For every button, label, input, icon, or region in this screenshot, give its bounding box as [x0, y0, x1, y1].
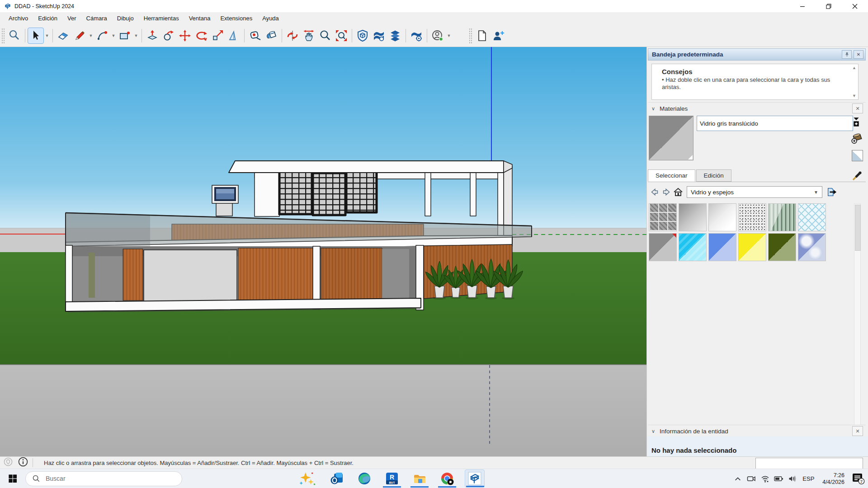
restore-button[interactable] — [816, 0, 842, 12]
tray-expand-button[interactable] — [731, 470, 745, 488]
copilot-button[interactable] — [295, 469, 319, 488]
menu-camara[interactable]: Cámara — [81, 13, 112, 23]
select-tool-button[interactable] — [28, 28, 44, 44]
material-name-input[interactable] — [697, 116, 853, 131]
select-tool-dropdown[interactable]: ▼ — [44, 28, 50, 43]
entity-info-section-header[interactable]: ∨ Información de la entidad ✕ — [648, 425, 866, 437]
minimize-button[interactable] — [789, 0, 816, 12]
toolbar-grip[interactable] — [1, 28, 5, 43]
collection-detail-button[interactable] — [826, 186, 838, 198]
new-document-button[interactable] — [474, 28, 490, 44]
menu-ver[interactable]: Ver — [62, 13, 81, 23]
materials-close-button[interactable]: ✕ — [852, 103, 863, 113]
tray-header[interactable]: Bandeja predeterminada ✕ — [648, 48, 866, 61]
material-swatch[interactable] — [738, 203, 766, 231]
menu-archivo[interactable]: Archivo — [4, 13, 33, 23]
extension-warehouse-button[interactable] — [354, 28, 371, 44]
material-swatch-selected[interactable] — [649, 233, 677, 261]
rectangle-tool-button[interactable] — [117, 28, 133, 44]
tray-pin-button[interactable] — [842, 50, 852, 59]
entity-info-close-button[interactable]: ✕ — [852, 426, 863, 436]
extension-manager-button[interactable] — [408, 28, 425, 44]
create-material-button[interactable] — [850, 132, 866, 146]
measurements-input[interactable] — [755, 458, 863, 469]
menu-ventana[interactable]: Ventana — [184, 13, 216, 23]
arc-tool-button[interactable] — [94, 28, 110, 44]
line-tool-dropdown[interactable]: ▼ — [88, 28, 94, 43]
account-button[interactable] — [429, 28, 446, 44]
menu-extensiones[interactable]: Extensiones — [215, 13, 257, 23]
menu-edicion[interactable]: Edición — [33, 13, 62, 23]
material-swatch[interactable] — [798, 233, 826, 261]
language-indicator[interactable]: ESP — [799, 475, 818, 482]
material-swatch[interactable] — [768, 233, 796, 261]
materials-scrollbar[interactable]: ▼ — [854, 203, 861, 447]
material-swatch[interactable] — [768, 203, 796, 231]
taskbar-app-explorer[interactable] — [410, 469, 429, 488]
geolocation-button[interactable] — [4, 457, 13, 468]
clock[interactable]: 7:26 4/4/2026 — [818, 472, 849, 486]
forward-button[interactable] — [660, 186, 672, 198]
tray-close-button[interactable]: ✕ — [854, 50, 863, 59]
tips-scroll-down[interactable]: ▼ — [852, 94, 856, 98]
add-collaborator-button[interactable] — [490, 28, 506, 44]
search-input[interactable] — [45, 474, 164, 483]
line-tool-button[interactable] — [71, 28, 88, 44]
viewport-3d-canvas[interactable] — [0, 47, 646, 456]
taskbar-app-sketchup[interactable] — [465, 469, 485, 488]
default-material-sample[interactable] — [852, 150, 863, 161]
in-model-button[interactable] — [672, 186, 684, 198]
taskbar-app-edge[interactable] — [354, 469, 374, 488]
battery-button[interactable] — [772, 470, 785, 488]
zoom-extents-tool-button[interactable] — [333, 28, 349, 44]
pushpull-tool-button[interactable] — [144, 28, 160, 44]
taskbar-app-outlook[interactable] — [327, 469, 347, 488]
meet-now-button[interactable] — [745, 470, 758, 488]
scale-tool-button[interactable] — [209, 28, 226, 44]
trimble-connect-button[interactable] — [387, 28, 403, 44]
secondary-pane-button[interactable] — [851, 117, 867, 129]
material-swatch[interactable] — [679, 203, 707, 231]
menu-herramientas[interactable]: Herramientas — [139, 13, 184, 23]
material-preview-thumbnail[interactable] — [649, 116, 693, 160]
move-tool-button[interactable] — [177, 28, 193, 44]
collection-dropdown[interactable]: Vidrio y espejos ▼ — [687, 186, 822, 198]
account-dropdown[interactable]: ▼ — [446, 28, 452, 43]
back-button[interactable] — [649, 186, 660, 198]
sample-paint-button[interactable] — [851, 170, 863, 183]
tape-measure-tool-button[interactable] — [247, 28, 263, 44]
material-swatch[interactable] — [708, 203, 736, 231]
material-swatch[interactable] — [738, 233, 766, 261]
material-swatch[interactable] — [798, 203, 826, 231]
tab-edicion[interactable]: Edición — [696, 169, 731, 182]
rectangle-tool-dropdown[interactable]: ▼ — [133, 28, 139, 43]
search-tool-button[interactable] — [6, 28, 23, 44]
scrollbar-thumb[interactable] — [855, 205, 861, 251]
materials-section-header[interactable]: ∨ Materiales ✕ — [648, 102, 866, 114]
tab-seleccionar[interactable]: Seleccionar — [648, 169, 695, 182]
orbit-tool-button[interactable] — [284, 28, 301, 44]
notification-center-button[interactable]: 7 — [849, 470, 868, 488]
warehouse-3d-button[interactable] — [371, 28, 387, 44]
network-button[interactable] — [758, 470, 772, 488]
preview-resize-handle[interactable] — [688, 155, 693, 160]
arc-tool-dropdown[interactable]: ▼ — [110, 28, 117, 43]
eraser-tool-button[interactable] — [55, 28, 71, 44]
rotate-tool-button[interactable] — [193, 28, 209, 44]
close-button[interactable] — [842, 0, 868, 12]
followme-tool-button[interactable] — [160, 28, 177, 44]
material-swatch[interactable] — [708, 233, 736, 261]
material-swatch[interactable] — [679, 233, 707, 261]
menu-ayuda[interactable]: Ayuda — [257, 13, 284, 23]
zoom-tool-button[interactable] — [317, 28, 333, 44]
material-swatch[interactable] — [649, 203, 677, 231]
help-button[interactable] — [18, 457, 28, 469]
pan-tool-button[interactable] — [301, 28, 317, 44]
dimension-tool-button[interactable] — [226, 28, 242, 44]
taskbar-app-revit[interactable]: RRVT — [382, 469, 402, 488]
taskbar-app-chrome[interactable] — [437, 469, 457, 488]
toolbar-grip-2[interactable] — [469, 28, 472, 43]
paint-bucket-tool-button[interactable] — [263, 28, 279, 44]
menu-dibujo[interactable]: Dibujo — [112, 13, 139, 23]
volume-button[interactable] — [785, 470, 799, 488]
